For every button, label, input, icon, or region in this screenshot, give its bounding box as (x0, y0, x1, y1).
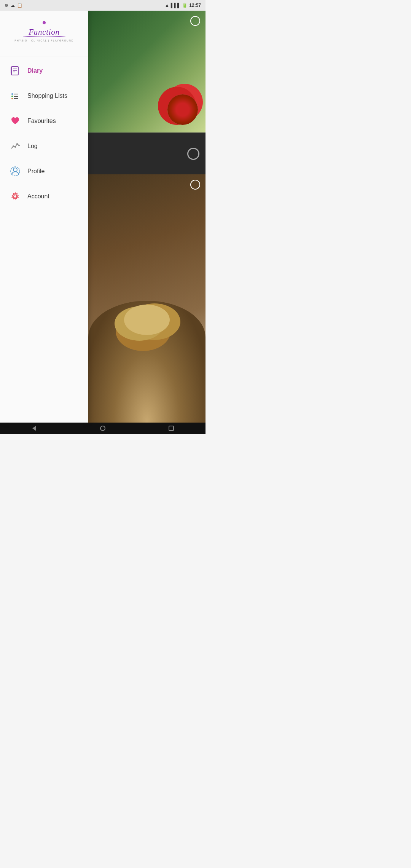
status-bar: ⚙ ☁ 📋 ▲ ▌▌▌ 🔋 12:57 (0, 0, 206, 11)
nav-item-profile[interactable]: Profile (2, 159, 87, 183)
main-content (88, 11, 206, 423)
status-left: ⚙ ☁ 📋 (5, 3, 22, 8)
nav-list: Diary Shopping Lists (0, 56, 88, 423)
svg-rect-4 (11, 67, 12, 73)
app-logo: Function PHYSIO | CLINICAL | PLAYGROUND (14, 19, 75, 49)
log-label: Log (27, 143, 38, 150)
battery-icon: 🔋 (182, 3, 188, 8)
select-radio-top[interactable] (190, 16, 200, 26)
bottom-nav-bar (0, 423, 206, 434)
svg-point-16 (16, 143, 18, 145)
svg-rect-23 (169, 426, 174, 431)
navigation-drawer: Function PHYSIO | CLINICAL | PLAYGROUND … (0, 11, 88, 423)
settings-icon: ⚙ (5, 3, 8, 8)
svg-point-17 (18, 145, 20, 146)
food-card-top (88, 11, 206, 132)
nuts-image (124, 305, 170, 335)
svg-text:PHYSIO | CLINICAL | PLAYGROUND: PHYSIO | CLINICAL | PLAYGROUND (14, 39, 73, 42)
svg-point-9 (11, 96, 13, 97)
profile-label: Profile (27, 168, 45, 175)
svg-point-0 (43, 21, 46, 24)
heart-icon (8, 114, 22, 128)
logo-area: Function PHYSIO | CLINICAL | PLAYGROUND (0, 11, 88, 56)
svg-point-15 (14, 146, 16, 148)
svg-point-14 (13, 145, 14, 147)
svg-marker-21 (32, 426, 36, 431)
svg-point-22 (100, 426, 105, 431)
svg-point-10 (11, 98, 13, 99)
back-button[interactable] (30, 424, 39, 433)
nav-item-account[interactable]: Account (2, 184, 87, 209)
refresh-icon[interactable] (187, 148, 199, 160)
home-button[interactable] (98, 424, 107, 433)
list-icon (8, 89, 22, 103)
profile-icon (8, 164, 22, 178)
svg-text:Function: Function (28, 27, 59, 36)
diary-label: Diary (27, 67, 43, 74)
food-card-bottom (88, 174, 206, 423)
nav-item-diary[interactable]: Diary (2, 59, 87, 83)
account-label: Account (27, 193, 49, 200)
signal-icon: ▌▌▌ (171, 3, 181, 8)
diary-icon (8, 64, 22, 78)
svg-point-8 (11, 93, 13, 95)
food-card-mid (88, 132, 206, 174)
clock: 12:57 (189, 3, 201, 8)
nav-item-favourites[interactable]: Favourites (2, 109, 87, 133)
nav-item-log[interactable]: Log (2, 134, 87, 158)
nuts-bowl-visual (88, 301, 206, 423)
status-right: ▲ ▌▌▌ 🔋 12:57 (165, 3, 201, 8)
shopping-label: Shopping Lists (27, 93, 67, 99)
favourites-label: Favourites (27, 118, 56, 124)
select-radio-bot[interactable] (190, 180, 200, 190)
chart-icon (8, 139, 22, 153)
wifi-icon: ▲ (165, 3, 169, 8)
recent-button[interactable] (167, 424, 176, 433)
cloud-icon: ☁ (11, 3, 15, 8)
svg-point-20 (14, 195, 17, 198)
svg-rect-3 (11, 67, 18, 75)
svg-point-18 (13, 168, 17, 172)
account-gear-icon (8, 190, 22, 203)
clip-icon: 📋 (17, 3, 22, 8)
nav-item-shopping[interactable]: Shopping Lists (2, 84, 87, 108)
